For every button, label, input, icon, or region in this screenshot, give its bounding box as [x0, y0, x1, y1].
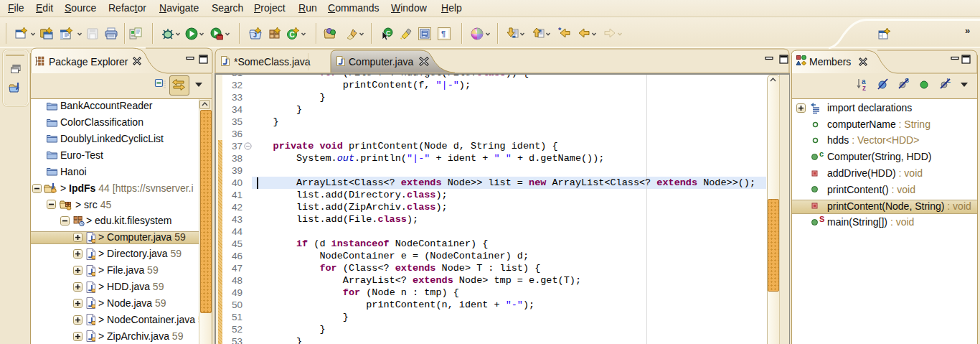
- svg-text:¶: ¶: [441, 29, 446, 38]
- svg-text:J: J: [253, 32, 257, 39]
- svg-text:C: C: [290, 31, 295, 39]
- svg-text:z: z: [862, 84, 866, 91]
